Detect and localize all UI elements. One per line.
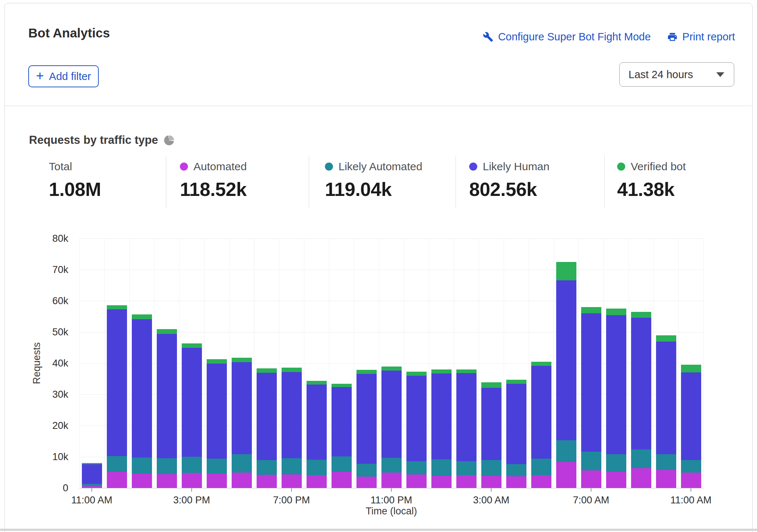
configure-super-bot-fight-mode-link[interactable]: Configure Super Bot Fight Mode (483, 31, 651, 43)
bar-hour-8[interactable] (257, 368, 277, 488)
bar-segment-verified-bot (257, 368, 277, 372)
bar-hour-13[interactable] (381, 367, 402, 488)
bar-segment-likely-automated (132, 458, 152, 474)
bar-segment-likely-automated (157, 458, 177, 474)
gridline-vertical (379, 238, 379, 488)
stat-divider (166, 156, 166, 208)
bar-segment-likely-human (157, 334, 177, 458)
time-range-select[interactable]: Last 24 hours (619, 62, 734, 87)
bar-segment-automated (406, 474, 427, 488)
bar-segment-verified-bot (356, 370, 377, 374)
bar-hour-6[interactable] (207, 359, 227, 488)
bar-hour-5[interactable] (182, 343, 202, 488)
bar-hour-18[interactable] (506, 380, 526, 488)
gridline-vertical (254, 238, 254, 488)
bar-hour-9[interactable] (282, 368, 302, 488)
bar-segment-likely-human (556, 280, 576, 440)
y-axis-tick-label: 30k (21, 389, 68, 400)
bar-segment-likely-human (232, 362, 252, 454)
bar-segment-likely-human (381, 371, 402, 458)
stat-likely-automated[interactable]: Likely Automated 119.04k (325, 160, 422, 200)
bar-hour-1[interactable] (82, 463, 102, 488)
gridline-vertical (653, 238, 654, 488)
gridline-vertical (404, 238, 404, 488)
x-axis-tick-mark (191, 488, 192, 492)
stat-divider (604, 156, 605, 208)
bar-hour-14[interactable] (406, 372, 427, 488)
bar-segment-automated (681, 473, 701, 488)
bar-segment-likely-human (107, 309, 127, 456)
bar-hour-10[interactable] (307, 381, 327, 488)
bar-hour-24[interactable] (656, 335, 676, 488)
bar-hour-17[interactable] (481, 382, 501, 488)
gridline-vertical (579, 238, 579, 488)
gridline-vertical (504, 238, 504, 488)
plot-area: 010k20k30k40k50k60k70k80k11:00 AM3:00 PM… (79, 238, 703, 488)
bar-segment-likely-human (307, 385, 327, 460)
stat-automated[interactable]: Automated 118.52k (180, 160, 247, 200)
x-axis-tick-label: 7:00 PM (244, 495, 339, 506)
bar-segment-likely-human (656, 342, 676, 455)
stat-divider (456, 156, 456, 208)
add-filter-button[interactable]: + Add filter (28, 65, 99, 87)
bar-segment-likely-human (581, 313, 601, 452)
bar-segment-automated (631, 468, 651, 488)
x-axis-tick-label: 7:00 AM (543, 495, 639, 506)
likely-automated-legend-dot (325, 163, 333, 171)
bar-segment-verified-bot (656, 335, 676, 342)
stat-verified-bot[interactable]: Verified bot 41.38k (617, 160, 686, 200)
gridline-vertical (304, 238, 304, 488)
y-axis-tick-label: 50k (21, 327, 68, 338)
bar-segment-likely-automated (107, 456, 127, 472)
bar-segment-likely-human (332, 387, 352, 457)
bar-hour-11[interactable] (332, 384, 352, 488)
gridline-vertical (554, 238, 554, 488)
x-axis-tick-mark (291, 488, 292, 492)
bar-hour-2[interactable] (107, 305, 127, 488)
gridline-vertical (179, 238, 180, 488)
gridline-vertical (354, 238, 354, 488)
bar-segment-likely-automated (381, 458, 402, 473)
bar-segment-likely-automated (456, 461, 477, 475)
x-axis-tick-mark (591, 488, 591, 492)
bar-segment-likely-human (531, 366, 551, 459)
bar-hour-12[interactable] (356, 370, 377, 488)
bar-segment-likely-automated (581, 452, 601, 470)
bar-hour-16[interactable] (456, 369, 477, 488)
bar-segment-likely-automated (332, 456, 352, 472)
bar-segment-verified-bot (232, 358, 252, 362)
bar-hour-19[interactable] (531, 362, 551, 488)
bar-hour-4[interactable] (157, 329, 177, 488)
gridline-vertical (479, 238, 479, 488)
bar-hour-23[interactable] (631, 312, 651, 488)
bar-hour-20[interactable] (556, 262, 576, 488)
bar-hour-15[interactable] (431, 369, 452, 488)
bar-hour-7[interactable] (232, 358, 252, 488)
bar-segment-automated (82, 486, 102, 488)
bar-segment-verified-bot (581, 307, 601, 313)
gridline-vertical (79, 238, 80, 488)
bar-hour-22[interactable] (606, 309, 626, 488)
bar-hour-3[interactable] (132, 314, 152, 488)
bar-segment-likely-automated (531, 459, 551, 475)
bar-hour-25[interactable] (681, 365, 701, 488)
bottom-divider (0, 529, 757, 531)
bar-segment-verified-bot (182, 343, 202, 348)
x-axis-tick-label: 11:00 PM (344, 495, 439, 506)
plus-icon: + (36, 69, 44, 83)
bar-segment-verified-bot (332, 384, 352, 387)
print-report-link[interactable]: Print report (667, 31, 735, 43)
bar-segment-automated (282, 474, 302, 488)
bar-segment-verified-bot (506, 380, 526, 384)
bar-segment-automated (431, 476, 452, 488)
bar-segment-likely-automated (631, 449, 651, 468)
bar-segment-verified-bot (431, 369, 452, 374)
bar-segment-automated (107, 472, 127, 488)
bar-segment-automated (506, 476, 526, 488)
bar-hour-21[interactable] (581, 307, 601, 488)
bar-segment-verified-bot (481, 382, 501, 388)
bar-segment-automated (182, 473, 202, 488)
pie-chart-icon (164, 135, 174, 145)
stat-value: 119.04k (325, 178, 422, 200)
stat-likely-human[interactable]: Likely Human 802.56k (469, 160, 550, 200)
